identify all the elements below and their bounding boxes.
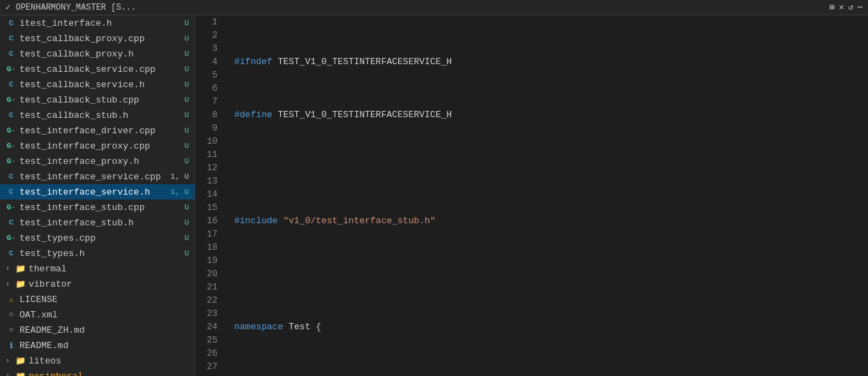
file-name: LICENSE <box>20 294 192 305</box>
refresh-icon[interactable]: ↺ <box>848 2 853 13</box>
sidebar-item-test_types_cpp[interactable]: G· test_types.cpp U <box>0 230 195 246</box>
sidebar-item-test_interface_service_cpp[interactable]: C test_interface_service.cpp 1, U <box>0 169 195 184</box>
folder-icon: 📁 <box>15 264 26 274</box>
c-icon: C <box>6 33 17 44</box>
token-plain: TEST_V1_0_TESTINTERFACESERVICE_H <box>273 108 452 121</box>
line-number: 12 <box>195 161 218 174</box>
sidebar-item-test_interface_proxy_h[interactable]: G· test_interface_proxy.h U <box>0 153 195 169</box>
editor: 1 2 3 4 5 6 7 8 9 10 11 12 13 14 15 16 1… <box>195 15 868 376</box>
line-number: 1 <box>195 15 218 29</box>
header: ✓ OPENHARMONY_MASTER [S... ⊞ ✕ ↺ ⋯ <box>0 0 868 15</box>
chevron-right-icon: › <box>6 265 15 273</box>
file-name: test_callback_stub.h <box>20 110 184 121</box>
folder-icon: 📁 <box>15 371 26 377</box>
line-number: 14 <box>195 188 218 201</box>
line-number: 6 <box>195 82 218 95</box>
token-plain <box>277 214 283 227</box>
line-number: 8 <box>195 108 218 121</box>
sidebar-item-itest_interface_h[interactable]: C itest_interface.h U <box>0 15 195 31</box>
folder-vibrator[interactable]: › 📁 vibrator <box>0 276 195 292</box>
c-icon: C <box>6 110 17 121</box>
token-keyword: namespace <box>234 373 283 376</box>
file-name: test_interface_driver.cpp <box>20 126 184 136</box>
badge: 1, U <box>171 172 192 181</box>
g-icon: G· <box>6 156 17 167</box>
file-name: test_interface_stub.cpp <box>20 202 184 213</box>
sidebar-item-oat[interactable]: ○ OAT.xml <box>0 307 195 322</box>
sidebar-item-readme-zh[interactable]: ○ README_ZH.md <box>0 322 195 338</box>
code-line: #ifndef TEST_V1_0_TESTINTERFACESERVICE_H <box>234 55 868 68</box>
split-icon[interactable]: ⊞ <box>830 2 835 13</box>
line-number: 3 <box>195 42 218 55</box>
token-keyword: namespace <box>234 320 283 333</box>
file-name: test_interface_proxy.cpp <box>20 141 184 151</box>
sidebar-item-test_callback_service_h[interactable]: C test_callback_service.h U <box>0 77 195 92</box>
line-number: 11 <box>195 148 218 161</box>
chevron-right-icon: › <box>6 357 15 365</box>
sidebar-item-license[interactable]: ⚠ LICENSE <box>0 292 195 307</box>
sidebar-item-test_interface_service_h[interactable]: C test_interface_service.h 1, U <box>0 184 195 200</box>
folder-name: vibrator <box>29 279 72 289</box>
badge: U <box>184 157 192 165</box>
sidebar-item-test_callback_service_cpp[interactable]: G· test_callback_service.cpp U <box>0 61 195 77</box>
line-number: 20 <box>195 267 218 280</box>
badge: U <box>184 203 192 211</box>
line-number: 22 <box>195 294 218 307</box>
sidebar-item-test_types_h[interactable]: C test_types.h U <box>0 246 195 261</box>
c-icon: C <box>6 171 17 182</box>
sidebar-item-test_callback_stub_h[interactable]: C test_callback_stub.h U <box>0 107 195 123</box>
badge: U <box>184 65 192 73</box>
c-icon: C <box>6 48 17 59</box>
line-number: 27 <box>195 360 218 373</box>
token-plain: Test { <box>283 320 321 333</box>
code-area[interactable]: 1 2 3 4 5 6 7 8 9 10 11 12 13 14 15 16 1… <box>195 15 868 376</box>
badge: U <box>184 96 192 104</box>
folder-icon: 📁 <box>15 279 26 289</box>
sidebar-item-test_interface_driver_cpp[interactable]: G· test_interface_driver.cpp U <box>0 123 195 138</box>
file-name: test_callback_stub.cpp <box>20 95 184 105</box>
info-icon: ℹ <box>6 340 17 351</box>
warning-icon: ⚠ <box>6 294 17 305</box>
folder-thermal[interactable]: › 📁 thermal <box>0 261 195 276</box>
code-line <box>234 161 868 174</box>
g-icon: G· <box>6 232 17 243</box>
sidebar-item-test_interface_proxy_cpp[interactable]: G· test_interface_proxy.cpp U <box>0 138 195 153</box>
badge: 1, U <box>171 188 192 196</box>
code-line: #include "v1_0/test_interface_stub.h" <box>234 214 868 227</box>
file-name: test_types.h <box>20 248 184 259</box>
token-preproc: #include <box>234 214 277 227</box>
g-icon: G· <box>6 140 17 151</box>
folder-name: thermal <box>29 264 67 274</box>
c-icon: C <box>6 17 17 29</box>
sidebar-item-readme[interactable]: ℹ README.md <box>0 338 195 353</box>
sidebar-item-test_callback_proxy_h[interactable]: C test_callback_proxy.h U <box>0 46 195 61</box>
code-line <box>234 267 868 280</box>
sidebar-item-test_callback_proxy_cpp[interactable]: C test_callback_proxy.cpp U <box>0 31 195 46</box>
folder-icon: 📁 <box>15 356 26 366</box>
badge: U <box>184 234 192 242</box>
file-name: test_interface_stub.h <box>20 218 184 228</box>
line-number: 9 <box>195 121 218 135</box>
sidebar-item-test_callback_stub_cpp[interactable]: G· test_callback_stub.cpp U <box>0 92 195 107</box>
sidebar-item-test_interface_stub_cpp[interactable]: G· test_interface_stub.cpp U <box>0 200 195 215</box>
sidebar-item-test_interface_stub_h[interactable]: C test_interface_stub.h U <box>0 215 195 230</box>
more-icon[interactable]: ⋯ <box>858 2 862 13</box>
chevron-right-icon: › <box>6 373 15 377</box>
badge: U <box>184 126 192 135</box>
folder-peripheral[interactable]: › 📁 peripheral <box>0 368 195 376</box>
file-name: test_callback_service.h <box>20 80 184 90</box>
line-number: 2 <box>195 29 218 42</box>
header-title: ✓ OPENHARMONY_MASTER [S... <box>6 2 825 13</box>
file-name: OAT.xml <box>20 310 192 320</box>
g-icon: G· <box>6 94 17 105</box>
code-line: namespace Test { <box>234 320 868 333</box>
line-number: 15 <box>195 201 218 214</box>
close-editor-icon[interactable]: ✕ <box>839 2 844 13</box>
line-numbers: 1 2 3 4 5 6 7 8 9 10 11 12 13 14 15 16 1… <box>195 15 223 376</box>
folder-name: liteos <box>29 356 61 366</box>
g-icon: G· <box>6 63 17 75</box>
file-name: itest_interface.h <box>20 18 184 29</box>
g-icon: G· <box>6 125 17 136</box>
folder-liteos[interactable]: › 📁 liteos <box>0 353 195 368</box>
header-icons: ⊞ ✕ ↺ ⋯ <box>830 2 862 13</box>
